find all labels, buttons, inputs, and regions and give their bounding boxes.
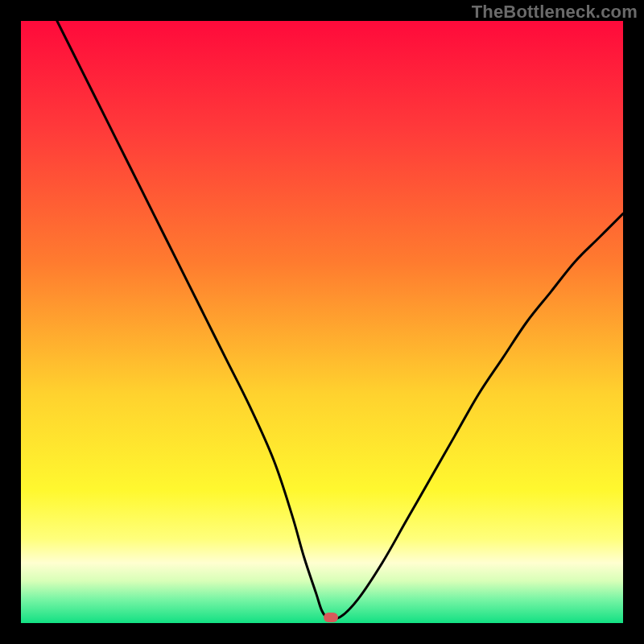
watermark-text: TheBottleneck.com — [472, 2, 638, 23]
bottleneck-curve — [21, 21, 623, 623]
chart-frame: TheBottleneck.com — [0, 0, 644, 644]
plot-area — [21, 21, 623, 623]
optimal-point-marker — [324, 613, 338, 622]
